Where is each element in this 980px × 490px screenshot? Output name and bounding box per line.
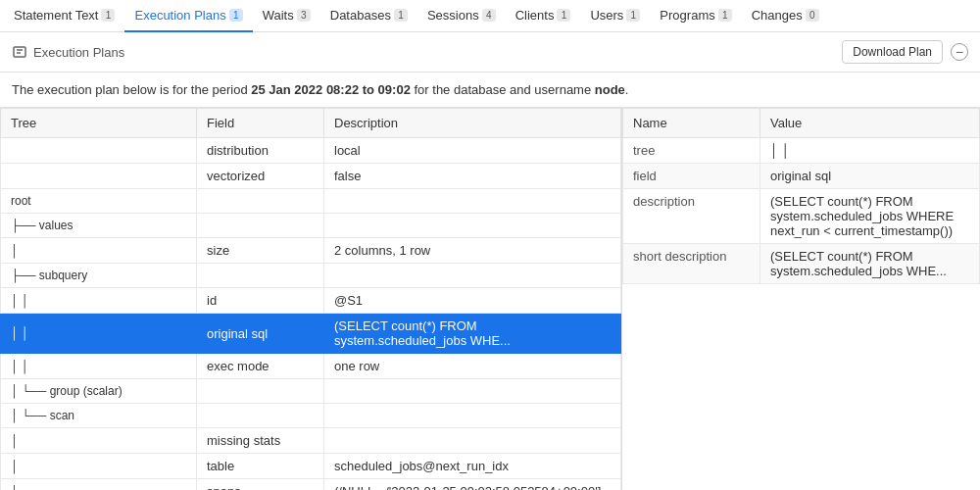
cell-field	[197, 214, 324, 238]
cell-field: spans	[197, 479, 324, 491]
cell-tree: ├── subquery	[1, 264, 197, 288]
nav-tab-badge: 3	[297, 9, 311, 22]
detail-row: tree│ │	[623, 138, 980, 164]
table-row[interactable]: │size2 columns, 1 row	[1, 238, 621, 264]
cell-tree: │ │	[1, 354, 197, 379]
main-content: Tree Field Description distributionlocal…	[0, 108, 980, 490]
nav-tab-badge: 0	[806, 9, 819, 22]
detail-col-name: Name	[623, 109, 760, 138]
cell-field: distribution	[197, 138, 324, 164]
left-table: Tree Field Description distributionlocal…	[0, 108, 622, 490]
cell-field: size	[197, 238, 324, 264]
cell-tree: │ └── group (scalar)	[1, 379, 197, 404]
nav-tab-databases[interactable]: Databases1	[320, 0, 417, 32]
cell-description	[324, 214, 621, 238]
nav-tab-programs[interactable]: Programs1	[650, 0, 741, 32]
cell-field: original sql	[197, 314, 324, 354]
sub-header: Execution Plans Download Plan −	[0, 32, 980, 73]
info-bar: The execution plan below is for the peri…	[0, 73, 980, 108]
right-panel: Name Value tree│ │fieldoriginal sqldescr…	[622, 108, 980, 490]
detail-col-value: Value	[760, 109, 980, 138]
cell-description: 2 columns, 1 row	[324, 238, 621, 264]
nav-tab-label: Clients	[515, 8, 555, 23]
nav-tab-users[interactable]: Users1	[580, 0, 650, 32]
info-suffix: .	[625, 82, 629, 97]
cell-tree	[1, 138, 197, 164]
table-row[interactable]: │spans(/NULL - /'2022-01-25 09:02:58.053…	[1, 479, 621, 491]
svg-rect-0	[14, 47, 25, 57]
nav-tab-changes[interactable]: Changes0	[742, 0, 829, 32]
table-row[interactable]: │tablescheduled_jobs@next_run_idx	[1, 454, 621, 479]
nav-tab-label: Execution Plans	[134, 8, 225, 23]
sub-header-left: Execution Plans	[12, 44, 124, 60]
cell-tree	[1, 164, 197, 189]
nav-tab-label: Waits	[263, 8, 294, 23]
table-row[interactable]: ├── subquery	[1, 264, 621, 288]
cell-description: false	[324, 164, 621, 189]
nav-tab-sessions[interactable]: Sessions4	[417, 0, 506, 32]
cell-tree: │	[1, 238, 197, 264]
cell-tree: root	[1, 189, 197, 214]
cell-field	[197, 189, 324, 214]
nav-tab-clients[interactable]: Clients1	[506, 0, 581, 32]
table-row[interactable]: root	[1, 189, 621, 214]
cell-field	[197, 404, 324, 428]
nav-tab-statement-text[interactable]: Statement Text1	[4, 0, 124, 32]
detail-cell-name: short description	[623, 244, 760, 284]
detail-cell-value: original sql	[760, 164, 980, 189]
nav-tab-badge: 1	[718, 9, 732, 22]
cell-description	[324, 404, 621, 428]
detail-cell-name: description	[623, 189, 760, 244]
nav-tab-badge: 1	[101, 9, 115, 22]
detail-row: short description(SELECT count(*) FROM s…	[623, 244, 980, 284]
info-username: node	[595, 82, 625, 97]
cell-tree: ├── values	[1, 214, 197, 238]
table-row[interactable]: │ └── scan	[1, 404, 621, 428]
table-row[interactable]: distributionlocal	[1, 138, 621, 164]
detail-cell-value: (SELECT count(*) FROM system.scheduled_j…	[760, 244, 980, 284]
cell-field: exec mode	[197, 354, 324, 379]
table-row[interactable]: │ │original sql(SELECT count(*) FROM sys…	[1, 314, 621, 354]
table-row[interactable]: │ │exec modeone row	[1, 354, 621, 379]
cell-tree: │	[1, 428, 197, 454]
cell-field	[197, 264, 324, 288]
cell-field	[197, 379, 324, 404]
cell-tree: │	[1, 454, 197, 479]
collapse-button[interactable]: −	[951, 43, 968, 61]
sub-header-title: Execution Plans	[33, 45, 124, 60]
cell-field: table	[197, 454, 324, 479]
col-description: Description	[324, 109, 621, 138]
detail-cell-value: │ │	[760, 138, 980, 164]
table-row[interactable]: │ └── group (scalar)	[1, 379, 621, 404]
cell-description: local	[324, 138, 621, 164]
cell-field: id	[197, 288, 324, 314]
cell-description: (SELECT count(*) FROM system.scheduled_j…	[324, 314, 621, 354]
detail-row: description(SELECT count(*) FROM system.…	[623, 189, 980, 244]
cell-description	[324, 189, 621, 214]
table-row[interactable]: │ │id@S1	[1, 288, 621, 314]
nav-tabs: Statement Text1Execution Plans1Waits3Dat…	[0, 0, 980, 32]
cell-tree: │ │	[1, 288, 197, 314]
info-prefix: The execution plan below is for the peri…	[12, 82, 251, 97]
table-row[interactable]: ├── values	[1, 214, 621, 238]
nav-tab-execution-plans[interactable]: Execution Plans1	[124, 0, 252, 32]
cell-tree: │ └── scan	[1, 404, 197, 428]
cell-tree: │ │	[1, 314, 197, 354]
nav-tab-badge: 1	[394, 9, 408, 22]
download-plan-button[interactable]: Download Plan	[842, 40, 943, 64]
nav-tab-label: Statement Text	[14, 8, 98, 23]
info-period: 25 Jan 2022 08:22 to 09:02	[251, 82, 411, 97]
detail-row: fieldoriginal sql	[623, 164, 980, 189]
nav-tab-badge: 1	[557, 9, 570, 22]
cell-description: @S1	[324, 288, 621, 314]
table-header: Tree Field Description	[1, 109, 621, 138]
cell-field: missing stats	[197, 428, 324, 454]
info-middle: for the database and username	[411, 82, 595, 97]
cell-field: vectorized	[197, 164, 324, 189]
table-row[interactable]: vectorizedfalse	[1, 164, 621, 189]
detail-cell-name: field	[623, 164, 760, 189]
nav-tab-waits[interactable]: Waits3	[253, 0, 320, 32]
nav-tab-badge: 1	[229, 9, 243, 22]
nav-tab-badge: 4	[482, 9, 496, 22]
table-row[interactable]: │missing stats	[1, 428, 621, 454]
